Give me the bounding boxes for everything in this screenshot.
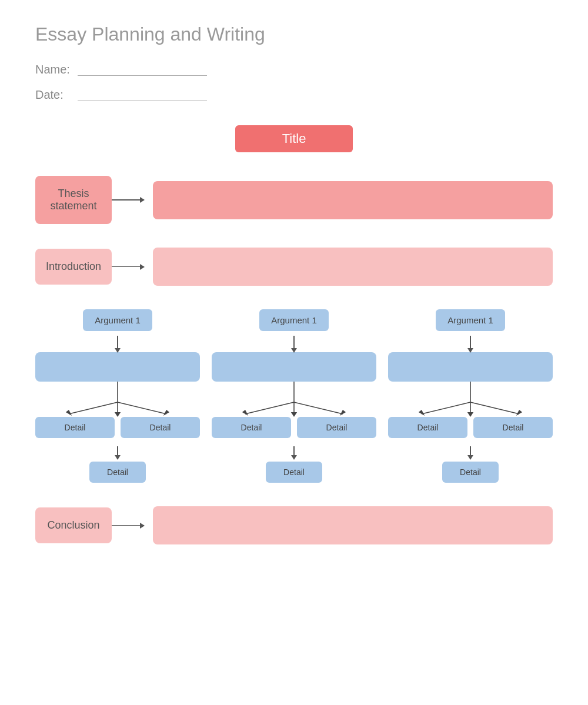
name-input[interactable] xyxy=(78,64,207,76)
name-field-row: Name: xyxy=(35,63,553,76)
argument-2-label: Argument 1 xyxy=(259,309,329,331)
thesis-label-box: Thesis statement xyxy=(35,176,112,224)
svg-marker-4 xyxy=(163,410,169,416)
thesis-arrow xyxy=(112,199,153,201)
arguments-section: Argument 1 Detail Detail xyxy=(35,309,553,483)
argument-3-label: Argument 1 xyxy=(436,309,505,331)
conclusion-arrow xyxy=(112,525,153,526)
conclusion-arrow-line xyxy=(112,525,144,526)
argument-1-detail-row: Detail Detail xyxy=(35,417,200,438)
thesis-row: Thesis statement xyxy=(35,176,553,224)
argument-2-detail-1: Detail xyxy=(212,417,291,438)
argument-3-details: Detail Detail Detail xyxy=(388,382,553,483)
svg-marker-20 xyxy=(467,412,473,417)
introduction-content-box[interactable] xyxy=(153,248,553,286)
argument-2-down-arrow xyxy=(293,336,295,352)
date-field-row: Date: xyxy=(35,88,553,102)
svg-marker-2 xyxy=(66,410,72,416)
date-input[interactable] xyxy=(78,89,207,101)
svg-line-15 xyxy=(422,402,470,414)
argument-3-detail-1: Detail xyxy=(388,417,467,438)
argument-1-branch-svg xyxy=(35,382,200,417)
argument-2-bottom-arrow xyxy=(293,446,295,459)
svg-line-8 xyxy=(245,402,294,414)
argument-3-bottom-arrow xyxy=(470,446,471,459)
argument-2-branch-svg xyxy=(212,382,376,417)
introduction-row: Introduction xyxy=(35,248,553,286)
conclusion-content-box[interactable] xyxy=(153,506,553,544)
svg-line-10 xyxy=(294,402,343,414)
argument-2-detail-bottom: Detail xyxy=(266,462,322,483)
argument-3-detail-2: Detail xyxy=(473,417,553,438)
date-label: Date: xyxy=(35,88,71,102)
svg-marker-16 xyxy=(419,410,425,416)
argument-column-3: Argument 1 Detail Detail Detail xyxy=(388,309,553,483)
title-box: Title xyxy=(235,125,353,152)
argument-1-details: Detail Detail Detail xyxy=(35,382,200,483)
thesis-arrow-line xyxy=(112,199,144,201)
argument-3-detail-bottom: Detail xyxy=(442,462,499,483)
argument-1-detail-2: Detail xyxy=(121,417,200,438)
thesis-content-box[interactable] xyxy=(153,181,553,219)
title-section: Title xyxy=(35,125,553,152)
svg-marker-9 xyxy=(242,410,248,416)
svg-line-17 xyxy=(470,402,519,414)
argument-2-details: Detail Detail Detail xyxy=(212,382,376,483)
argument-1-detail-1: Detail xyxy=(35,417,115,438)
argument-2-wide-box[interactable] xyxy=(212,352,376,382)
argument-2-detail-2: Detail xyxy=(297,417,376,438)
svg-marker-11 xyxy=(340,410,346,416)
svg-line-3 xyxy=(118,402,166,414)
svg-marker-18 xyxy=(516,410,522,416)
introduction-label-box: Introduction xyxy=(35,249,112,285)
argument-column-2: Argument 1 Detail Detail Detail xyxy=(212,309,376,483)
svg-marker-6 xyxy=(115,412,121,417)
conclusion-row: Conclusion xyxy=(35,506,553,544)
name-label: Name: xyxy=(35,63,71,76)
argument-1-bottom-arrow xyxy=(117,446,118,459)
svg-marker-13 xyxy=(291,412,297,417)
argument-1-down-arrow xyxy=(117,336,118,352)
argument-2-detail-row: Detail Detail xyxy=(212,417,376,438)
conclusion-label-box: Conclusion xyxy=(35,507,112,543)
page-title: Essay Planning and Writing xyxy=(35,24,553,45)
argument-1-wide-box[interactable] xyxy=(35,352,200,382)
introduction-arrow-line xyxy=(112,266,144,268)
argument-3-down-arrow xyxy=(470,336,471,352)
argument-3-wide-box[interactable] xyxy=(388,352,553,382)
argument-column-1: Argument 1 Detail Detail xyxy=(35,309,200,483)
argument-3-branch-svg xyxy=(388,382,553,417)
introduction-arrow xyxy=(112,266,153,268)
argument-1-label: Argument 1 xyxy=(83,309,152,331)
argument-1-detail-bottom: Detail xyxy=(89,462,146,483)
svg-line-1 xyxy=(69,402,118,414)
argument-3-detail-row: Detail Detail xyxy=(388,417,553,438)
